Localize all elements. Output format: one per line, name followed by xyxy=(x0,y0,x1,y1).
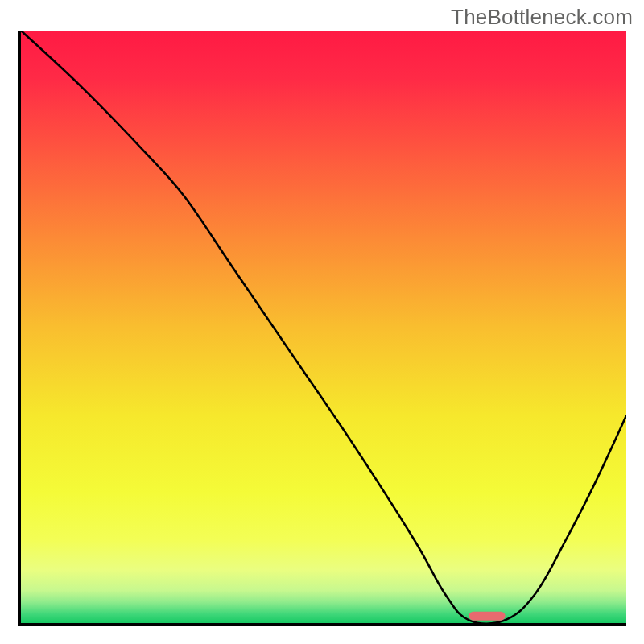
plot-area xyxy=(21,31,626,623)
watermark-label: TheBottleneck.com xyxy=(451,5,633,30)
plot-axes xyxy=(18,31,626,626)
svg-rect-1 xyxy=(469,612,505,621)
optimum-marker xyxy=(21,31,626,623)
chart-container: TheBottleneck.com xyxy=(0,0,644,644)
